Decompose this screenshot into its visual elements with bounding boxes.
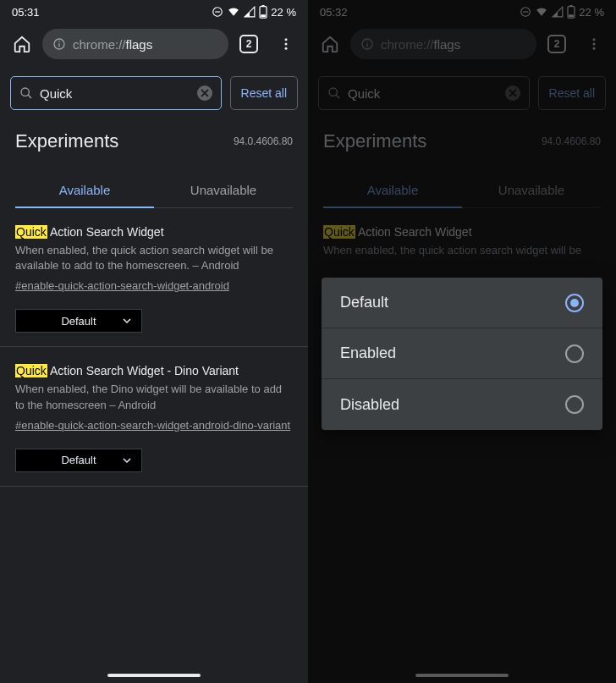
search-input[interactable]: Quick — [318, 76, 530, 110]
flag-state-select[interactable]: Default — [15, 309, 142, 333]
flag-description: When enabled, the quick action search wi… — [15, 243, 293, 273]
svg-rect-16 — [570, 5, 573, 7]
option-disabled[interactable]: Disabled — [322, 379, 602, 430]
home-icon — [321, 35, 339, 53]
tab-switcher[interactable]: 2 — [540, 27, 574, 61]
info-icon — [360, 37, 374, 51]
tab-count-box: 2 — [547, 35, 566, 53]
tabs: Available Unavailable — [323, 173, 601, 208]
close-icon — [509, 89, 517, 97]
page-header: Experiments 94.0.4606.80 — [308, 118, 616, 157]
page-title: Experiments — [15, 130, 118, 152]
svg-line-25 — [336, 95, 339, 98]
reset-all-button[interactable]: Reset all — [538, 76, 606, 110]
svg-point-23 — [593, 47, 596, 50]
battery-pct: 22 % — [271, 6, 296, 19]
flag-description: When enabled, the Dino widget will be av… — [15, 382, 293, 412]
search-icon — [19, 86, 33, 100]
reset-all-button[interactable]: Reset all — [230, 76, 298, 110]
wifi-icon — [535, 6, 548, 18]
status-bar: 05:31 22 % — [0, 0, 308, 24]
home-icon — [13, 35, 31, 53]
search-row: Quick Reset all — [0, 64, 308, 118]
svg-rect-4 — [261, 14, 267, 17]
battery-icon — [567, 5, 575, 19]
flag-description: When enabled, the quick action search wi… — [323, 243, 601, 258]
flag-title: Quick Action Search Widget — [15, 225, 293, 239]
tabs: Available Unavailable — [15, 173, 293, 208]
search-value: Quick — [348, 86, 498, 101]
gesture-bar — [0, 668, 308, 683]
tab-unavailable[interactable]: Unavailable — [462, 173, 601, 207]
signal-icon — [244, 6, 256, 18]
svg-point-20 — [366, 41, 368, 42]
dnd-icon — [212, 6, 223, 18]
svg-point-11 — [21, 88, 29, 96]
search-icon — [327, 86, 341, 100]
battery-icon — [259, 5, 267, 19]
home-button[interactable] — [5, 27, 39, 61]
url-text: chrome://flags — [73, 37, 152, 52]
chrome-version: 94.0.4606.80 — [542, 135, 601, 147]
status-time: 05:31 — [12, 6, 40, 19]
radio-icon — [565, 344, 584, 363]
home-button[interactable] — [313, 27, 347, 61]
battery-pct: 22 % — [579, 6, 604, 19]
svg-point-10 — [285, 47, 288, 50]
url-text: chrome://flags — [381, 37, 460, 52]
clear-search-button[interactable] — [197, 85, 212, 101]
tab-unavailable[interactable]: Unavailable — [154, 173, 293, 207]
url-bar[interactable]: chrome://flags — [350, 29, 536, 59]
flags-list: Quick Action Search Widget When enabled,… — [0, 208, 308, 487]
page-title: Experiments — [323, 130, 426, 152]
flag-anchor[interactable]: #enable-quick-action-search-widget-andro… — [15, 419, 290, 432]
more-vert-icon — [586, 36, 602, 52]
option-enabled[interactable]: Enabled — [322, 328, 602, 379]
status-indicators: 22 % — [520, 5, 604, 19]
browser-toolbar: chrome://flags 2 — [0, 24, 308, 64]
dnd-icon — [520, 6, 531, 18]
search-value: Quick — [40, 86, 190, 101]
gesture-bar — [308, 668, 616, 683]
clear-search-button[interactable] — [505, 85, 520, 101]
chevron-down-icon — [123, 317, 131, 325]
chrome-version: 94.0.4606.80 — [234, 135, 293, 147]
page-header: Experiments 94.0.4606.80 — [0, 118, 308, 157]
flag-anchor[interactable]: #enable-quick-action-search-widget-andro… — [15, 279, 229, 292]
options-sheet: Default Enabled Disabled — [322, 278, 602, 430]
option-default[interactable]: Default — [322, 278, 602, 328]
flag-card: Quick Action Search Widget - Dino Varian… — [0, 347, 308, 486]
svg-point-22 — [593, 43, 596, 46]
flag-title: Quick Action Search Widget - Dino Varian… — [15, 364, 293, 377]
wifi-icon — [227, 6, 240, 18]
flag-card: Quick Action Search Widget When enabled,… — [0, 208, 308, 347]
info-icon — [52, 37, 66, 51]
svg-rect-3 — [262, 5, 265, 7]
svg-point-8 — [285, 38, 288, 41]
overflow-menu[interactable] — [577, 27, 611, 61]
screenshot-right: 05:32 22 % chrome://flags 2 Quick — [308, 0, 616, 683]
tab-count-box: 2 — [239, 35, 258, 53]
signal-icon — [552, 6, 564, 18]
more-vert-icon — [278, 36, 294, 52]
chevron-down-icon — [123, 456, 131, 465]
svg-rect-17 — [569, 14, 575, 17]
browser-toolbar: chrome://flags 2 — [308, 24, 616, 64]
overflow-menu[interactable] — [269, 27, 303, 61]
svg-point-7 — [58, 41, 60, 42]
radio-icon — [565, 395, 584, 414]
flag-state-select[interactable]: Default — [15, 449, 142, 472]
status-time: 05:32 — [320, 6, 348, 19]
url-bar[interactable]: chrome://flags — [42, 29, 228, 59]
flag-title: Quick Action Search Widget — [323, 225, 601, 239]
screenshot-left: 05:31 22 % chrome://flags 2 Quick — [0, 0, 308, 683]
tab-available[interactable]: Available — [323, 173, 462, 207]
svg-point-21 — [593, 38, 596, 41]
tab-available[interactable]: Available — [15, 173, 154, 207]
status-bar: 05:32 22 % — [308, 0, 616, 24]
search-input[interactable]: Quick — [10, 76, 222, 110]
search-row: Quick Reset all — [308, 64, 616, 118]
svg-point-24 — [329, 88, 337, 96]
tab-switcher[interactable]: 2 — [232, 27, 266, 61]
svg-line-12 — [28, 95, 31, 98]
